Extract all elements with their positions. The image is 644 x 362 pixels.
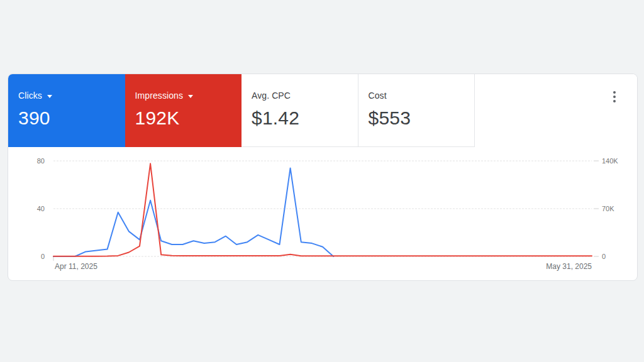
clicks-line (53, 168, 333, 256)
chevron-down-icon[interactable] (47, 95, 52, 98)
left-axis-tick-80: 80 (37, 157, 45, 165)
metric-label-row: Avg. CPC (252, 90, 348, 101)
timeseries-chart[interactable]: 80 40 0 140K 70K 0 Apr 11, 2025 May 31, … (8, 147, 637, 281)
chart-canvas[interactable]: 80 40 0 140K 70K 0 Apr 11, 2025 May 31, … (8, 147, 638, 281)
metric-value-impressions: 192K (135, 107, 232, 129)
metric-label-clicks: Clicks (18, 90, 42, 101)
metric-card-cost[interactable]: Cost $553 (358, 74, 475, 147)
right-axis-tick-70k: 70K (602, 205, 614, 212)
metric-label-row: Clicks (18, 90, 115, 101)
metric-value-cost: $553 (369, 107, 465, 129)
left-axis-tick-0: 0 (41, 253, 45, 260)
metric-value-avg-cpc: $1.42 (252, 107, 348, 129)
kebab-dot (613, 91, 616, 94)
right-axis-tick-140k: 140K (602, 157, 618, 165)
performance-chart-card: Clicks 390 Impressions 192K Avg. CPC $1.… (8, 74, 638, 281)
metric-label-avg-cpc: Avg. CPC (252, 90, 291, 101)
metrics-spacer (475, 74, 637, 147)
right-axis-tick-0: 0 (602, 253, 606, 260)
metric-label-cost: Cost (369, 90, 387, 101)
metric-card-avg-cpc[interactable]: Avg. CPC $1.42 (242, 74, 358, 147)
metric-card-impressions[interactable]: Impressions 192K (125, 74, 242, 147)
left-axis-tick-40: 40 (37, 205, 45, 212)
x-axis-end-date: May 31, 2025 (546, 262, 592, 271)
impressions-line (53, 163, 592, 256)
metric-label-row: Impressions (135, 90, 232, 101)
kebab-dot (613, 100, 616, 102)
metric-value-clicks: 390 (18, 107, 115, 129)
kebab-menu-icon[interactable] (607, 88, 622, 106)
metric-label-impressions: Impressions (135, 90, 184, 101)
x-axis-start-date: Apr 11, 2025 (55, 262, 97, 271)
metric-card-clicks[interactable]: Clicks 390 (8, 74, 125, 147)
metric-label-row: Cost (369, 90, 465, 101)
metrics-header: Clicks 390 Impressions 192K Avg. CPC $1.… (8, 74, 637, 147)
kebab-dot (613, 96, 616, 98)
chevron-down-icon[interactable] (188, 95, 193, 98)
